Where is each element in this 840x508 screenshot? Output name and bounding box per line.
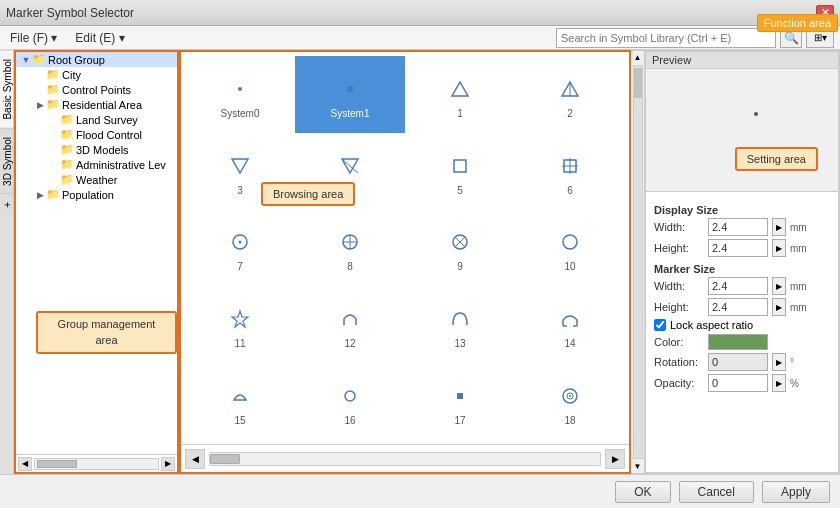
display-height-spin[interactable]: ▶: [772, 239, 786, 257]
symbol-cell[interactable]: 12: [295, 286, 405, 363]
marker-height-input[interactable]: [708, 298, 768, 316]
marker-width-spin[interactable]: ▶: [772, 277, 786, 295]
color-swatch[interactable]: [708, 334, 768, 350]
symbol-cell[interactable]: 1: [405, 56, 515, 133]
tree-node[interactable]: 📁Control Points: [16, 82, 177, 97]
ok-button[interactable]: OK: [615, 481, 670, 503]
view-toggle-button[interactable]: ⊞▾: [806, 28, 834, 48]
search-button[interactable]: 🔍: [780, 28, 802, 48]
svg-point-28: [569, 395, 571, 397]
scroll-right-btn[interactable]: ▶: [161, 457, 175, 471]
lock-aspect-checkbox[interactable]: [654, 319, 666, 331]
symbol-icon: [555, 227, 585, 257]
symbol-cell[interactable]: 2: [515, 56, 625, 133]
symbol-cell[interactable]: 7: [185, 210, 295, 287]
rotation-spin[interactable]: ▶: [772, 353, 786, 371]
marker-height-label: Height:: [654, 301, 704, 313]
symbol-cell[interactable]: 16: [295, 363, 405, 440]
tree-node[interactable]: 📁City: [16, 67, 177, 82]
display-width-input[interactable]: [708, 218, 768, 236]
marker-height-spin[interactable]: ▶: [772, 298, 786, 316]
symbol-cell[interactable]: 9: [405, 210, 515, 287]
title-bar: Marker Symbol Selector ✕: [0, 0, 840, 26]
symbol-cell[interactable]: 17: [405, 363, 515, 440]
sym-nav-left[interactable]: ◀: [185, 449, 205, 469]
settings-form: Display Size Width: ▶ mm Height: ▶ mm Ma…: [646, 192, 838, 401]
preview-dot: [754, 112, 758, 116]
basic-symbol-tab[interactable]: Basic Symbol: [0, 50, 13, 128]
symbol-label: 14: [564, 338, 575, 349]
symbol-cell[interactable]: System0: [185, 56, 295, 133]
opacity-spin[interactable]: ▶: [772, 374, 786, 392]
display-height-row: Height: ▶ mm: [654, 239, 830, 257]
symbol-cell[interactable]: 14: [515, 286, 625, 363]
tree-node[interactable]: ▶📁Residential Area: [16, 97, 177, 112]
marker-size-label: Marker Size: [654, 263, 830, 275]
file-menu[interactable]: File (F) ▾: [6, 30, 61, 46]
menu-bar: File (F) ▾ Edit (E) ▾ 🔍 ⊞▾: [0, 26, 840, 50]
symbol-cell[interactable]: System1: [295, 56, 405, 133]
symbol-scroll-thumb[interactable]: [210, 454, 240, 464]
symbol-label: System1: [331, 108, 370, 119]
symbol-label: 18: [564, 415, 575, 426]
marker-width-input[interactable]: [708, 277, 768, 295]
rotation-unit: °: [790, 357, 794, 368]
symbol-v-scrollbar: ▲ ▼: [631, 50, 645, 474]
svg-marker-2: [452, 82, 468, 96]
window-title: Marker Symbol Selector: [6, 6, 134, 20]
search-input[interactable]: [556, 28, 776, 48]
tree-node[interactable]: 📁Flood Control: [16, 127, 177, 142]
h-scrollbar-track: [34, 458, 159, 470]
setting-area-label: Setting area: [735, 147, 818, 171]
add-tab[interactable]: +: [0, 193, 13, 216]
symbol-cell[interactable]: 8: [295, 210, 405, 287]
symbol-cell[interactable]: 10: [515, 210, 625, 287]
symbol-label: 7: [237, 261, 243, 272]
opacity-input[interactable]: [708, 374, 768, 392]
symbol-label: 15: [234, 415, 245, 426]
symbol-cell[interactable]: 15: [185, 363, 295, 440]
tree-node[interactable]: ▼📁Root Group: [16, 52, 177, 67]
scroll-left-btn[interactable]: ◀: [18, 457, 32, 471]
symbol-label: 11: [234, 338, 245, 349]
display-size-label: Display Size: [654, 204, 830, 216]
symbol-cell[interactable]: 18: [515, 363, 625, 440]
cancel-button[interactable]: Cancel: [679, 481, 754, 503]
display-width-spin[interactable]: ▶: [772, 218, 786, 236]
symbol-icon: [445, 151, 475, 181]
sym-scroll-track: [633, 65, 643, 459]
apply-button[interactable]: Apply: [762, 481, 830, 503]
symbol-bottom-bar: ◀ ▶: [181, 444, 629, 472]
svg-point-20: [563, 235, 577, 249]
svg-marker-5: [232, 159, 248, 173]
svg-marker-21: [232, 311, 248, 327]
rotation-input[interactable]: [708, 353, 768, 371]
sym-scroll-down[interactable]: ▼: [632, 460, 644, 473]
tree-node[interactable]: ▶📁Population: [16, 187, 177, 202]
tree-node[interactable]: 📁Land Survey: [16, 112, 177, 127]
group-management-label: Group management area: [36, 311, 177, 354]
symbol-cell[interactable]: 6: [515, 133, 625, 210]
symbol-cell[interactable]: 11: [185, 286, 295, 363]
sym-scroll-up[interactable]: ▲: [632, 51, 644, 64]
symbol-icon: [335, 304, 365, 334]
tree-scrollbar[interactable]: ◀ ▶: [16, 454, 177, 472]
sym-nav-right[interactable]: ▶: [605, 449, 625, 469]
h-scrollbar-thumb[interactable]: [37, 460, 77, 468]
svg-point-0: [238, 87, 242, 91]
sym-scroll-thumb-v[interactable]: [634, 68, 642, 98]
symbol-cell[interactable]: 5: [405, 133, 515, 210]
tree-node[interactable]: 📁Weather: [16, 172, 177, 187]
symbol-label: 5: [457, 185, 463, 196]
3d-symbol-tab[interactable]: 3D Symbol: [0, 128, 13, 194]
symbol-icon: [555, 74, 585, 104]
display-height-input[interactable]: [708, 239, 768, 257]
close-button[interactable]: ✕: [816, 5, 834, 21]
symbol-icon: [555, 151, 585, 181]
edit-menu[interactable]: Edit (E) ▾: [71, 30, 128, 46]
bottom-bar: OK Cancel Apply: [0, 474, 840, 508]
symbol-cell[interactable]: 13: [405, 286, 515, 363]
tree-node[interactable]: 📁Administrative Lev: [16, 157, 177, 172]
symbol-icon: [445, 74, 475, 104]
tree-node[interactable]: 📁3D Models: [16, 142, 177, 157]
